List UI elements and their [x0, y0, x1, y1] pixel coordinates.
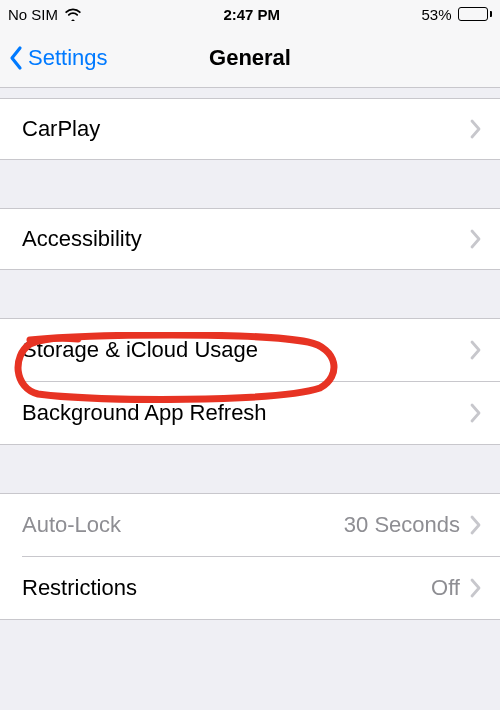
chevron-right-icon: [470, 578, 482, 598]
row-value: Off: [431, 575, 460, 601]
row-label: Restrictions: [22, 575, 431, 601]
chevron-right-icon: [470, 515, 482, 535]
row-label: CarPlay: [22, 116, 470, 142]
row-storage-icloud-usage[interactable]: Storage & iCloud Usage: [0, 319, 500, 381]
row-carplay[interactable]: CarPlay: [0, 98, 500, 160]
group-storage-refresh: Storage & iCloud Usage Background App Re…: [0, 318, 500, 445]
row-label: Accessibility: [22, 226, 470, 252]
row-label: Storage & iCloud Usage: [22, 337, 470, 363]
nav-bar: Settings General: [0, 28, 500, 88]
battery-percent: 53%: [421, 6, 451, 23]
wifi-icon: [64, 7, 82, 21]
row-label: Auto-Lock: [22, 512, 344, 538]
group-lock-restrictions: Auto-Lock 30 Seconds Restrictions Off: [0, 493, 500, 620]
chevron-right-icon: [470, 229, 482, 249]
battery-icon: [458, 7, 493, 21]
back-label: Settings: [28, 45, 108, 71]
back-button[interactable]: Settings: [0, 45, 108, 71]
row-restrictions[interactable]: Restrictions Off: [0, 557, 500, 619]
chevron-right-icon: [470, 119, 482, 139]
chevron-left-icon: [8, 45, 24, 71]
row-label: Background App Refresh: [22, 400, 470, 426]
chevron-right-icon: [470, 403, 482, 423]
row-value: 30 Seconds: [344, 512, 460, 538]
chevron-right-icon: [470, 340, 482, 360]
status-bar: No SIM 2:47 PM 53%: [0, 0, 500, 28]
row-auto-lock[interactable]: Auto-Lock 30 Seconds: [0, 494, 500, 556]
row-background-app-refresh[interactable]: Background App Refresh: [0, 382, 500, 444]
carrier-text: No SIM: [8, 6, 58, 23]
row-accessibility[interactable]: Accessibility: [0, 208, 500, 270]
status-time: 2:47 PM: [223, 6, 280, 23]
